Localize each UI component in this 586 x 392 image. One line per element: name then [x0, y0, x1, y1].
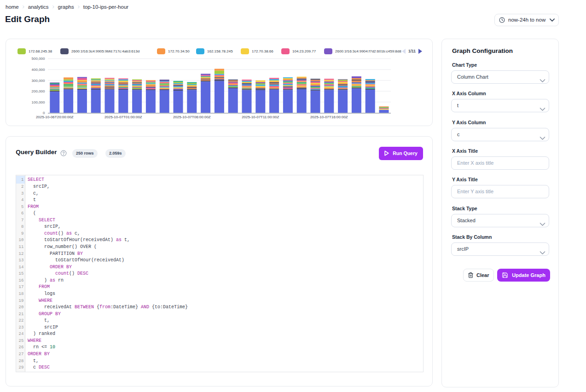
svg-text:0: 0 — [43, 111, 45, 115]
svg-text:500,000: 500,000 — [32, 57, 45, 61]
svg-text:2025-10-07T11:00:00Z: 2025-10-07T11:00:00Z — [242, 115, 279, 119]
svg-text:2025-10-07T06:00:00Z: 2025-10-07T06:00:00Z — [173, 115, 211, 119]
svg-text:300,000: 300,000 — [32, 79, 45, 83]
svg-text:200,000: 200,000 — [32, 89, 45, 93]
svg-text:100,000: 100,000 — [32, 100, 45, 104]
svg-text:2025-10-07T01:00:00Z: 2025-10-07T01:00:00Z — [104, 115, 142, 119]
svg-text:2025-10-07T16:00:00Z: 2025-10-07T16:00:00Z — [310, 115, 348, 119]
svg-text:400,000: 400,000 — [32, 68, 45, 72]
svg-text:2025-10-06T20:00:00Z: 2025-10-06T20:00:00Z — [36, 115, 74, 119]
